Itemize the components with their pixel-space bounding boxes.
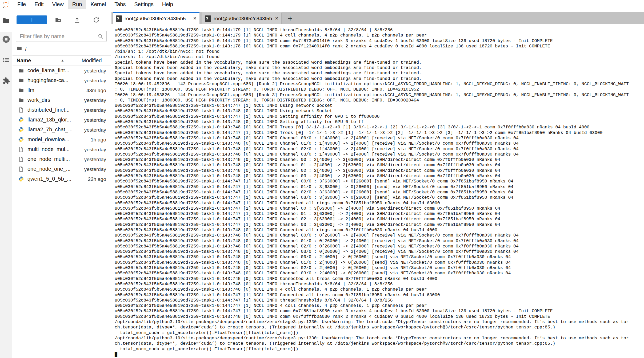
menu-file[interactable]: File <box>13 0 30 9</box>
terminal-line: u05c030f52c843f5b5a4e58819cd7259-task1-0… <box>115 298 644 303</box>
folder-icon <box>18 78 24 83</box>
terminal-line: u05c030f52c843f5b5a4e58819cd7259-task1-0… <box>115 276 644 282</box>
file-row[interactable]: qwen1_5_0_5b_... 22h ago <box>13 174 111 184</box>
new-tab-button[interactable]: + <box>284 13 296 24</box>
new-folder-button[interactable] <box>55 17 62 23</box>
file-icon <box>18 166 24 172</box>
terminal-line: u05c030f52c843f5b5a4e58819cd7259-task1-0… <box>115 114 644 119</box>
file-modified: yesterday <box>84 117 106 123</box>
terminal-line: u05c030f52c843f5b5a4e58819cd7259-task1-0… <box>115 211 644 217</box>
terminal-line: u05c030f52c843f5b5a4e58819cd7259-task1-0… <box>115 103 644 108</box>
file-modified: yesterday <box>84 68 106 74</box>
terminal-line: u05c030f52c843f5b5a4e58819cd7259-task1-0… <box>115 157 644 162</box>
terminal-line: u05c030f52c843f5b5a4e58819cd7259-task1-0… <box>115 227 644 233</box>
column-header-name[interactable]: Name <box>17 58 31 64</box>
terminal-line: u05c030f52c843f5b5a4e58819cd7259-task1-0… <box>115 282 644 287</box>
terminal-line: /bin/sh: 1: /opt/dtk/bin/nvcc: not found <box>115 54 644 60</box>
terminal-line: u05c030f52c843f5b5a4e58819cd7259-task1-0… <box>115 27 644 33</box>
terminal-line: u05c030f52c843f5b5a4e58819cd7259-task1-0… <box>115 249 644 254</box>
menu-bar: FileEditViewRunKernelTabsSettingsHelp <box>0 0 644 9</box>
terminal-line: Special tokens have been added in the vo… <box>115 65 644 71</box>
breadcrumb[interactable]: / <box>17 46 27 52</box>
terminal-line: u05c030f52c843f5b5a4e58819cd7259-task1-0… <box>115 206 644 211</box>
file-row[interactable]: distributed_finet... yesterday <box>13 105 111 115</box>
close-icon[interactable]: ✕ <box>193 16 197 21</box>
menu-tabs[interactable]: Tabs <box>110 0 130 9</box>
menu-help[interactable]: Help <box>158 0 177 9</box>
list-icon <box>2 56 10 65</box>
sidebar-item-table-of-contents[interactable] <box>0 56 12 65</box>
file-row[interactable]: model_downloa... 1h ago <box>13 135 111 145</box>
tab-bar: $_ root@u05c030f52c843f5b5 ✕ $_ root@u05… <box>111 12 644 24</box>
column-divider <box>79 57 79 64</box>
sort-ascending-icon: ▲ <box>61 58 64 62</box>
file-row[interactable]: llama2_7b_chat_... yesterday <box>13 125 111 135</box>
terminal-line: u05c030f52c843f5b5a4e58819cd7259-task1-0… <box>115 162 644 168</box>
sidebar-item-file-browser[interactable] <box>0 16 12 26</box>
terminal-line: /opt/conda/lib/python3.10/site-packages/… <box>115 319 644 325</box>
menu-view[interactable]: View <box>48 0 68 9</box>
terminal-tab[interactable]: $_ root@u05c030f52c843f5b5 ✕ <box>113 12 199 24</box>
filter-files-input[interactable] <box>16 31 107 42</box>
file-modified: yesterday <box>84 166 106 172</box>
home-folder-icon <box>17 46 22 52</box>
file-row[interactable]: code_llama_fint... yesterday <box>13 66 111 76</box>
upload-button[interactable] <box>74 17 81 23</box>
terminal-line: /opt/conda/lib/python3.10/site-packages/… <box>115 336 644 341</box>
file-modified: 1h ago <box>91 137 106 143</box>
file-row[interactable]: llama2_13b_qlor... yesterday <box>13 115 111 125</box>
terminal-line: ch.tensor(data, dtype=*, device=’cuda’) … <box>115 325 644 330</box>
menu-kernel[interactable]: Kernel <box>86 0 110 9</box>
terminal-line: Special tokens have been added in the vo… <box>115 71 644 76</box>
sidebar-item-extension-manager[interactable] <box>0 76 12 86</box>
upload-icon <box>74 17 81 23</box>
terminal-line: total_norm_cuda = get_accelerator().Floa… <box>115 347 644 352</box>
folder-icon <box>18 87 24 93</box>
terminal-line: u05c030f52c843f5b5a4e58819cd7259-task1-0… <box>115 254 644 260</box>
python-file-icon <box>18 127 24 133</box>
file-icon <box>18 107 24 113</box>
refresh-button[interactable] <box>93 17 100 23</box>
terminal-line: u05c030f52c843f5b5a4e58819cd7259-task1-0… <box>115 217 644 222</box>
file-row[interactable]: one_node_multi... yesterday <box>13 154 111 164</box>
terminal-line: u05c030f52c843f5b5a4e58819cd7259-task1-0… <box>115 238 644 244</box>
file-row[interactable]: multi_node_mul... yesterday <box>13 145 111 154</box>
terminal-line: : 0, TIMEOUT(ms): 1800000, USE_HIGH_PRIO… <box>115 87 644 92</box>
folder-icon <box>2 17 10 25</box>
terminal-output[interactable]: u05c030f52c843f5b5a4e58819cd7259-task1-0… <box>111 24 644 358</box>
file-modified: yesterday <box>84 157 106 162</box>
left-sidebar <box>0 9 12 358</box>
menu-run[interactable]: Run <box>68 0 86 9</box>
close-icon[interactable]: ✕ <box>274 16 279 21</box>
file-row[interactable]: work_dirs yesterday <box>13 95 111 105</box>
menu-edit[interactable]: Edit <box>30 0 48 9</box>
python-file-icon <box>18 117 24 123</box>
file-name: multi_node_mul... <box>27 146 70 152</box>
terminal-line: u05c030f52c843f5b5a4e58819cd7259-task1-0… <box>115 184 644 190</box>
sidebar-item-running-sessions[interactable] <box>0 35 12 44</box>
terminal-line: u05c030f52c843f5b5a4e58819cd7259-task1-0… <box>115 33 644 38</box>
column-header-modified[interactable]: Modified <box>82 58 102 64</box>
terminal-line: u05c030f52c843f5b5a4e58819cd7259-task1-0… <box>115 38 644 44</box>
file-icon <box>18 156 24 162</box>
new-folder-icon <box>55 17 62 23</box>
new-launcher-button[interactable]: + <box>17 15 47 24</box>
menu-items: FileEditViewRunKernelTabsSettingsHelp <box>13 0 177 9</box>
terminal-line: I0620 18:06:19.453826 144 ProcessGroupNC… <box>115 92 644 98</box>
file-row[interactable]: one_node_one_... yesterday <box>13 164 111 174</box>
file-row[interactable]: huggingface-ca... yesterday <box>13 76 111 86</box>
terminal-line: u05c030f52c843f5b5a4e58819cd7259-task1-0… <box>115 168 644 173</box>
file-name: llama2_7b_chat_... <box>27 127 73 133</box>
terminal-dock-panel: $_ root@u05c030f52c843f5b5 ✕ $_ root@u05… <box>111 9 644 358</box>
file-modified: yesterday <box>84 97 106 103</box>
terminal-line: u05c030f52c843f5b5a4e58819cd7259-task1-0… <box>115 147 644 152</box>
terminal-tab[interactable]: $_ root@u05c030f52c843f5b5 ✕ <box>202 12 282 24</box>
file-name: qwen1_5_0_5b_... <box>27 176 71 182</box>
file-name: model_downloa... <box>27 136 69 143</box>
stop-circle-icon <box>2 35 10 44</box>
file-modified: 43m ago <box>86 88 106 93</box>
terminal-line: u05c030f52c843f5b5a4e58819cd7259-task1-0… <box>115 136 644 141</box>
file-row[interactable]: llm 43m ago <box>13 86 111 95</box>
menu-settings[interactable]: Settings <box>130 0 158 9</box>
file-modified: yesterday <box>84 147 106 153</box>
